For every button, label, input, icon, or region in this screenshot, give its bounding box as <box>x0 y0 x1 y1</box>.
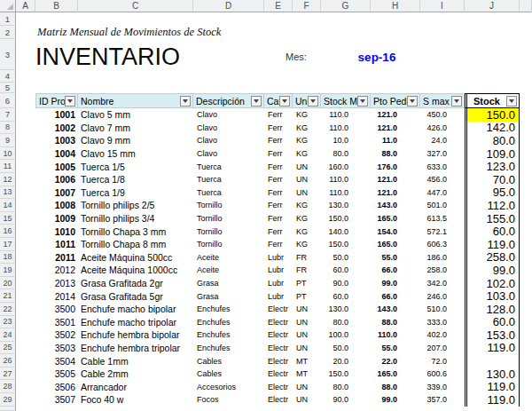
cell-id[interactable]: 2012 <box>35 264 78 277</box>
cell-nombre[interactable]: Clavo 5 mm <box>78 108 193 122</box>
cell-punto-pedido[interactable]: 88.0 <box>371 147 420 161</box>
cell-punto-pedido[interactable]: 22.0 <box>371 354 420 368</box>
cell-punto-pedido[interactable]: 88.0 <box>371 316 420 329</box>
empty-cell-a[interactable] <box>16 212 35 225</box>
cell-punto-pedido[interactable]: 66.0 <box>371 264 420 277</box>
row-number[interactable]: 28 <box>0 380 16 393</box>
cell-stock-minimo[interactable]: 150.0 <box>321 212 371 225</box>
column-header-j[interactable]: J <box>465 0 520 12</box>
empty-cell-a[interactable] <box>16 303 35 316</box>
cell-stock-minimo[interactable]: 50.0 <box>321 342 371 355</box>
cell-id[interactable]: 3503 <box>35 342 78 355</box>
cell-nombre[interactable]: Tuerca 1/8 <box>78 173 193 186</box>
cell-descripcion[interactable]: Tornillo <box>193 199 264 212</box>
cell-nombre[interactable]: Grasa Grafitada 5gr <box>78 289 193 303</box>
header-cell-descripcion[interactable]: Descripción <box>193 93 264 108</box>
cell-unidad[interactable]: UN <box>293 342 321 355</box>
cell-punto-pedido[interactable]: 165.0 <box>371 368 420 381</box>
cell-descripcion[interactable]: Cables <box>193 368 264 381</box>
cell-stock-minimo[interactable]: 60.0 <box>321 289 371 303</box>
header-cell-unidad[interactable]: Unid <box>293 93 321 108</box>
filter-dropdown-icon[interactable] <box>180 96 191 107</box>
cell-id[interactable]: 2013 <box>35 277 78 290</box>
cell-nombre[interactable]: Tuerca 1/9 <box>78 186 193 200</box>
cell-categoria[interactable]: Lubr <box>264 289 293 303</box>
empty-cells[interactable] <box>16 70 532 83</box>
cell-stock-maximo[interactable]: 258.0 <box>420 264 465 277</box>
cell-categoria[interactable]: Electr <box>264 342 293 355</box>
cell-stock[interactable]: 119.0 <box>465 380 520 393</box>
cell-id[interactable]: 3502 <box>35 328 78 342</box>
cell-stock[interactable]: 112.0 <box>465 199 520 212</box>
filter-dropdown-icon[interactable] <box>251 96 262 107</box>
row-number[interactable]: 10 <box>0 147 16 161</box>
empty-cell-a[interactable] <box>16 328 35 342</box>
cell-stock-maximo[interactable]: 246.0 <box>420 289 465 303</box>
cell-descripcion[interactable]: Tuerca <box>193 173 264 186</box>
cell-punto-pedido[interactable]: 143.0 <box>371 199 420 212</box>
empty-cell-a[interactable] <box>16 134 35 147</box>
row-number[interactable] <box>0 407 16 411</box>
cell-nombre[interactable]: Arrancador <box>78 380 193 393</box>
cell-nombre[interactable]: Tornillo Chapa 8 mm <box>78 238 193 251</box>
cell-nombre[interactable]: Enchufe macho bipolar <box>78 303 193 316</box>
cell-id[interactable]: 1004 <box>35 147 78 161</box>
row-number[interactable]: 23 <box>0 316 16 329</box>
cell-stock-maximo[interactable]: 402.0 <box>420 328 465 342</box>
cell-unidad[interactable]: FR <box>293 264 321 277</box>
cell-descripcion[interactable]: Clavo <box>193 134 264 147</box>
cell-stock-minimo[interactable]: 150.0 <box>321 238 371 251</box>
cell-categoria[interactable]: Ferr <box>264 108 293 122</box>
cell-unidad[interactable]: KG <box>293 147 321 161</box>
empty-cell-a[interactable] <box>16 368 35 381</box>
empty-cell-a[interactable] <box>16 186 35 200</box>
cell-descripcion[interactable]: Grasa <box>193 277 264 290</box>
cell-unidad[interactable]: UN <box>293 303 321 316</box>
cell-punto-pedido[interactable]: 121.0 <box>371 173 420 186</box>
cell-stock[interactable]: 130.0 <box>465 368 520 381</box>
cell-categoria[interactable]: Ferr <box>264 134 293 147</box>
header-cell-stock-maximo[interactable]: S max <box>420 93 465 108</box>
cell-stock-minimo[interactable]: 100.0 <box>321 328 371 342</box>
cell-punto-pedido[interactable]: 165.0 <box>371 212 420 225</box>
cell-stock[interactable]: 95.0 <box>465 186 520 200</box>
column-header-e[interactable]: E <box>264 0 293 12</box>
column-header-d[interactable]: D <box>193 0 264 12</box>
empty-cell-a[interactable] <box>16 277 35 290</box>
cell-stock-minimo[interactable]: 10.0 <box>321 134 371 147</box>
cell-categoria[interactable]: Electr <box>264 368 293 381</box>
cell-descripcion[interactable]: Accesorios <box>193 380 264 393</box>
cell-nombre[interactable]: Clavo 9 mm <box>78 134 193 147</box>
empty-cell-a[interactable] <box>16 147 35 161</box>
cell-stock-maximo[interactable]: 501.0 <box>420 199 465 212</box>
cell-stock[interactable]: 80.0 <box>465 134 520 147</box>
cell-stock-minimo[interactable]: 150.0 <box>321 368 371 381</box>
row-number[interactable]: 8 <box>0 122 16 135</box>
row-number[interactable]: 26 <box>0 354 16 368</box>
cell-unidad[interactable]: UN <box>293 160 321 173</box>
cell-unidad[interactable]: UN <box>293 380 321 393</box>
row-number[interactable]: 15 <box>0 212 16 225</box>
filter-dropdown-icon[interactable] <box>357 96 368 107</box>
cell-id[interactable]: 2011 <box>35 251 78 265</box>
cell-id[interactable]: 1010 <box>35 225 78 238</box>
row-number[interactable]: 29 <box>0 393 16 407</box>
row-number[interactable]: 16 <box>0 225 16 238</box>
cell-unidad[interactable]: FR <box>293 251 321 265</box>
row-number[interactable]: 18 <box>0 251 16 265</box>
cell-unidad[interactable]: UN <box>293 186 321 200</box>
cell-categoria[interactable]: Electr <box>264 380 293 393</box>
filter-dropdown-icon[interactable] <box>451 96 462 107</box>
filter-dropdown-icon[interactable] <box>506 96 517 107</box>
cell-stock[interactable]: 103.0 <box>465 289 520 303</box>
cell-unidad[interactable]: KG <box>293 238 321 251</box>
cell-descripcion[interactable]: Aceite <box>193 251 264 265</box>
empty-cell-a[interactable] <box>16 264 35 277</box>
cell-stock-maximo[interactable]: 339.0 <box>420 380 465 393</box>
cell-id[interactable]: 3501 <box>35 316 78 329</box>
cell-stock[interactable]: 119.0 <box>465 342 520 355</box>
cell-categoria[interactable]: Lubr <box>264 251 293 265</box>
header-cell-punto-pedido[interactable]: Pto Pedi <box>371 93 420 108</box>
cell-nombre[interactable]: Cable 1mm <box>78 354 193 368</box>
cell-stock-minimo[interactable]: 110.0 <box>321 173 371 186</box>
